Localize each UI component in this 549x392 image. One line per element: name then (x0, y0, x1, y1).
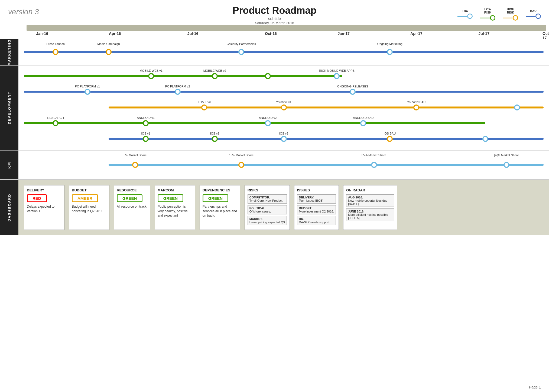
gantt-bar (24, 91, 544, 93)
gantt-label: Press Launch (46, 42, 64, 46)
kpi-section: KPI 5% Market Share15% Market Share35% M… (0, 150, 549, 179)
gantt-dot (85, 89, 90, 95)
timeline-month-label: Oct-17 (542, 31, 549, 40)
gantt-dot (387, 49, 393, 55)
dashboard-card-text: Budget will need bolstering in Q2 2011. (72, 204, 106, 214)
gantt-label: YouView v1 (276, 100, 291, 104)
dashboard-badge-marcom: GREEN (158, 194, 183, 202)
legend: TBC LOWRISK HIGHRISK (457, 5, 541, 21)
dashboard-card-title: RESOURCE (117, 188, 147, 192)
dashboard-badge-dependencies: GREEN (203, 194, 228, 202)
gantt-bar (109, 106, 544, 108)
gantt-dot (238, 162, 244, 168)
timeline-month-label: Oct-16 (265, 31, 277, 36)
dashboard-issues-card: ISSUESDELIVERY.Tech issues [BOB]BUDGET.M… (294, 185, 339, 230)
gantt-dot (212, 73, 218, 79)
gantt-label: 35% Market Share (362, 153, 386, 157)
gantt-row: Press LaunchMedia CampaignCelebrity Part… (18, 41, 549, 63)
gantt-label: [n]% Market Share (494, 153, 519, 157)
gantt-dot (281, 136, 287, 142)
header: version 3 Product Roadmap subtitle Satur… (0, 0, 549, 23)
gantt-label: PC PLATFORM v2 (165, 84, 190, 88)
dashboard-card-marcom: MARCOMGREENPublic perception is very hea… (155, 185, 195, 230)
legend-tbc: TBC (457, 9, 473, 19)
subtitle: subtitle (232, 16, 316, 21)
timeline-bar (27, 25, 546, 31)
marketing-label: MARKETING (0, 39, 18, 66)
gantt-label: RICH MOBILE WEB APPS (319, 69, 355, 73)
marketing-content: Press LaunchMedia CampaignCelebrity Part… (18, 39, 549, 66)
gantt-label: Celebrity Partnerships (227, 42, 256, 46)
gantt-row: iOS v1iOS v2iOS v3iOS BAU (18, 131, 549, 147)
radar-title: ON RADAR (346, 188, 394, 192)
gantt-label: MOBILE WEB v1 (140, 69, 163, 73)
gantt-dot (503, 162, 509, 168)
gantt-bar (24, 51, 544, 53)
date: Saturday, 05 March 2016 (232, 21, 316, 25)
page-footer: Page 1 (529, 385, 541, 389)
risk-item: COMPETITOR.Tyrell Corp, New Product. (248, 194, 287, 204)
dashboard-badge-resource: GREEN (117, 194, 142, 202)
dashboard-card-resource: RESOURCEGREENAll resource on track. (114, 185, 150, 230)
risks-title: RISKS (248, 188, 287, 192)
dashboard-risks-card: RISKSCOMPETITOR.Tyrell Corp, New Product… (245, 185, 290, 230)
dashboard-card-budget: BUDGETAMBERBudget will need bolstering i… (69, 185, 109, 230)
gantt-label: iOS v3 (279, 132, 288, 135)
gantt-dot (175, 89, 181, 95)
legend-bau: BAU (526, 9, 541, 19)
gantt-dot (514, 104, 520, 110)
gantt-label: YouView BAU (407, 100, 425, 104)
gantt-bar (24, 122, 485, 124)
gantt-row: MOBILE WEB v1MOBILE WEB v2RICH MOBILE WE… (18, 68, 549, 84)
gantt-dot (106, 49, 112, 55)
timeline-months: Jan-16Apr-16Jul-16Oct-16Jan-17Apr-17Jul-… (27, 31, 546, 39)
timeline-header: Jan-16Apr-16Jul-16Oct-16Jan-17Apr-17Jul-… (18, 25, 549, 39)
legend-tbc-label: TBC (462, 9, 468, 12)
gantt-label: 15% Market Share (229, 153, 254, 157)
timeline-month-label: Apr-17 (410, 31, 422, 36)
legend-high-risk-label: HIGHRISK (507, 8, 514, 14)
version-label: version 3 (8, 8, 51, 16)
gantt-dot (281, 104, 287, 110)
timeline-month-label: Jan-17 (337, 31, 349, 36)
dashboard-section: DASHBOARD DELIVERYREDDelays expected to … (0, 179, 549, 235)
gantt-dot (265, 73, 271, 79)
dashboard-card-title: DEPENDENCIES (203, 188, 237, 192)
timeline-month-label: Jul-17 (478, 31, 489, 36)
gantt-dot (143, 120, 149, 126)
dashboard-card-text: Delays expected to Version 1. (27, 204, 61, 214)
legend-low-risk: LOWRISK (480, 8, 495, 21)
timeline-month-label: Jan-16 (36, 31, 48, 36)
development-label: DEVELOPMENT (0, 66, 18, 150)
marketing-section: MARKETING Press LaunchMedia CampaignCele… (0, 39, 549, 66)
gantt-label: MOBILE WEB v2 (203, 69, 226, 73)
gantt-label: ANDROID v2 (259, 116, 277, 120)
gantt-label: 5% Market Share (124, 153, 147, 157)
risk-item: MARKET.Lower pricing expected Q3 (248, 216, 287, 225)
legend-bau-label: BAU (530, 9, 537, 12)
title-center: Product Roadmap subtitle Saturday, 05 Ma… (232, 5, 316, 25)
dashboard-radar-card: ON RADARAUG 2016.New mobile opportunitie… (343, 185, 397, 230)
issues-title: ISSUES (297, 188, 336, 192)
gantt-label: ONGOING RELEASES (337, 84, 368, 88)
development-content: MOBILE WEB v1MOBILE WEB v2RICH MOBILE WE… (18, 66, 549, 150)
dashboard-badge-budget: AMBER (72, 194, 98, 202)
gantt-bar (109, 138, 544, 140)
gantt-label: Ongoing Marketing (377, 42, 402, 46)
gantt-label: ANDROID v1 (137, 116, 154, 120)
gantt-row: RESEARCHANDROID v1ANDROID v2ANDROID BAU (18, 115, 549, 131)
gantt-dot (387, 136, 393, 142)
issue-item: BUDGET.More investment Q2 2016. (297, 205, 336, 214)
timeline-month-label: Jul-16 (187, 31, 198, 36)
timeline-month-label: Apr-16 (109, 31, 121, 36)
gantt-dot (132, 162, 138, 168)
gantt-label: iOS v2 (210, 132, 219, 135)
gantt-bar (109, 164, 544, 166)
gantt-row: IPTV TrialYouView v1YouView BAU (18, 100, 549, 115)
gantt-dot (334, 73, 340, 79)
radar-item: AUG 2016.New mobile opportunities due [B… (346, 194, 394, 207)
gantt-dot (360, 120, 366, 126)
page-container: version 3 Product Roadmap subtitle Satur… (0, 0, 549, 392)
development-section: DEVELOPMENT MOBILE WEB v1MOBILE WEB v2RI… (0, 66, 549, 150)
dashboard-card-text: All resource on track. (117, 204, 147, 209)
